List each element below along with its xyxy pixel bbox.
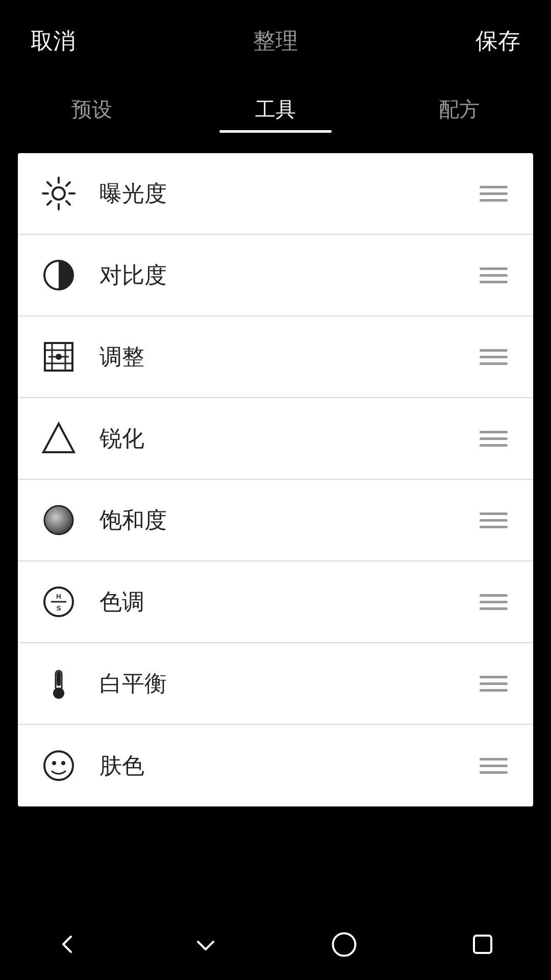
bottom-nav — [0, 909, 551, 980]
hue-icon: H S — [38, 581, 79, 622]
face-icon — [38, 745, 79, 786]
contrast-label: 对比度 — [99, 260, 167, 290]
header-title: 整理 — [253, 26, 298, 56]
drag-handle-sharpen[interactable] — [474, 426, 513, 452]
back-button[interactable] — [56, 932, 81, 957]
svg-text:S: S — [57, 604, 61, 612]
cancel-button[interactable]: 取消 — [31, 26, 76, 56]
thermometer-icon — [38, 663, 79, 704]
svg-line-8 — [47, 201, 51, 205]
sun-icon — [38, 173, 79, 214]
list-item-skin[interactable]: 肤色 — [18, 725, 533, 806]
triangle-icon — [38, 418, 79, 459]
saturation-icon — [38, 500, 79, 541]
tab-recipe[interactable]: 配方 — [367, 95, 551, 133]
saturation-label: 饱和度 — [99, 505, 167, 535]
sharpen-label: 锐化 — [99, 424, 144, 454]
tools-list: 曝光度 对比度 — [18, 153, 533, 806]
list-item-saturation[interactable]: 饱和度 — [18, 480, 533, 561]
header: 取消 整理 保存 — [0, 0, 551, 82]
list-item-sharpen[interactable]: 锐化 — [18, 398, 533, 480]
skin-label: 肤色 — [99, 751, 144, 781]
hue-label: 色调 — [99, 587, 144, 617]
drag-handle-hue[interactable] — [474, 589, 513, 615]
svg-point-19 — [44, 506, 73, 534]
list-item-hue[interactable]: H S 色调 — [18, 561, 533, 643]
tab-bar: 预设 工具 配方 — [0, 82, 551, 133]
svg-rect-32 — [474, 936, 491, 953]
tab-preset[interactable]: 预设 — [0, 95, 184, 133]
drag-handle-saturation[interactable] — [474, 507, 513, 533]
svg-point-0 — [53, 187, 65, 200]
drag-handle-adjust[interactable] — [474, 344, 513, 370]
adjust-icon — [38, 336, 79, 377]
svg-point-27 — [44, 751, 73, 780]
list-item-whitebalance[interactable]: 白平衡 — [18, 643, 533, 725]
save-button[interactable]: 保存 — [475, 26, 520, 56]
list-item-contrast[interactable]: 对比度 — [18, 235, 533, 316]
drag-handle-contrast[interactable] — [474, 262, 513, 288]
svg-point-26 — [54, 688, 64, 698]
drag-handle-whitebalance[interactable] — [474, 671, 513, 697]
svg-point-28 — [52, 761, 56, 765]
svg-marker-18 — [43, 424, 74, 452]
list-item-exposure[interactable]: 曝光度 — [18, 153, 533, 235]
tab-tools[interactable]: 工具 — [184, 95, 367, 133]
svg-line-5 — [47, 182, 51, 186]
svg-text:H: H — [56, 593, 61, 600]
adjust-label: 调整 — [99, 342, 144, 372]
svg-point-29 — [61, 761, 65, 765]
exposure-label: 曝光度 — [99, 179, 167, 209]
svg-line-7 — [66, 182, 70, 186]
square-button[interactable] — [470, 932, 495, 957]
whitebalance-label: 白平衡 — [99, 669, 167, 699]
svg-line-6 — [66, 201, 70, 205]
drag-handle-skin[interactable] — [474, 753, 513, 779]
chevron-down-button[interactable] — [193, 932, 218, 957]
svg-point-31 — [333, 933, 355, 955]
svg-point-15 — [56, 354, 62, 360]
drag-handle-exposure[interactable] — [474, 181, 513, 207]
svg-rect-25 — [57, 672, 61, 686]
home-button[interactable] — [330, 930, 358, 959]
list-item-adjust[interactable]: 调整 — [18, 316, 533, 398]
contrast-icon — [38, 255, 79, 296]
